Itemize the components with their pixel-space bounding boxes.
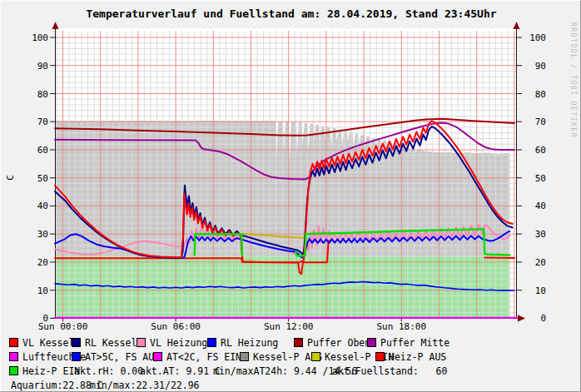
legend-label: Heiz-P AUS: [389, 351, 446, 363]
y-tick-label: 100: [32, 32, 48, 43]
y-tick-label: 30: [37, 229, 48, 240]
y-tick-label: 60: [37, 145, 48, 156]
y-tick-label: 40: [37, 201, 48, 211]
legend-swatch: [375, 352, 385, 361]
legend-swatch: [72, 352, 81, 361]
legend-item: Heiz-P EIN: [9, 365, 80, 379]
y-tick-label: 70: [37, 117, 48, 127]
legend-label: Puffer Mitte: [380, 337, 449, 349]
legend-label: akt.Fuellstand: 60: [332, 365, 447, 377]
y-tick-label-right: 40: [535, 201, 546, 211]
legend-stat: akt.AT: 9.91 C: [140, 365, 221, 379]
x-tick-label: Sun 06:00: [151, 321, 201, 332]
y-tick-label: 90: [37, 61, 48, 72]
legend-label: AT<2C, FS EIN: [166, 351, 241, 363]
legend-swatch: [137, 338, 146, 347]
rrdtool-watermark: RRDTOOL / TOBI OETIKER: [569, 22, 577, 138]
x-tick-label: Sun 00:00: [38, 321, 88, 332]
legend-item: AT<2C, FS EIN: [153, 351, 241, 365]
legend-stat: min/max:22.31/22.96: [90, 380, 200, 392]
legend-label: akt.rH: 0.00: [74, 365, 143, 377]
y-tick-label-right: 100: [529, 32, 546, 43]
legend-item: AT>5C, FS AUS: [72, 351, 160, 365]
legend-swatch: [294, 338, 303, 347]
legend-label: VL Kessel: [22, 337, 74, 349]
y-tick-label-right: 70: [535, 117, 546, 127]
y-tick-label-right: 20: [535, 257, 546, 268]
legend-item: Heiz-P AUS: [375, 351, 446, 365]
legend-row-2: LuftfeuchteAT>5C, FS AUSAT<2C, FS EINKes…: [1, 351, 581, 365]
y-axis-arrow-left: [52, 22, 59, 29]
legend-swatch: [9, 352, 18, 361]
legend-row-1: VL KesselRL KesselVL HeizungRL HeizungPu…: [1, 337, 581, 351]
chart-svg: 0010102020303040405050606070708080909010…: [1, 1, 581, 335]
legend-item: Kessel-P AUS: [240, 351, 322, 365]
legend-swatch: [9, 366, 18, 375]
legend-item: Puffer Oben: [294, 337, 370, 350]
x-tick-label: Sun 12:00: [264, 321, 314, 332]
legend-label: RL Kessel: [85, 337, 137, 349]
legend-item: VL Kessel: [9, 337, 74, 350]
y-tick-label-right: 80: [535, 89, 546, 100]
y-axis-arrow-right: [514, 22, 520, 29]
legend-swatch: [367, 338, 376, 347]
legend-label: AT>5C, FS AUS: [85, 351, 160, 363]
legend: VL KesselRL KesselVL HeizungRL HeizungPu…: [1, 337, 581, 392]
legend-label: VL Heizung: [150, 337, 207, 349]
legend-swatch: [207, 338, 216, 347]
x-axis-arrow: [518, 315, 525, 321]
legend-label: akt.AT: 9.91 C: [140, 365, 221, 377]
legend-swatch: [153, 352, 162, 361]
x-tick-label: Sun 18:00: [376, 321, 426, 332]
legend-label: RL Heizung: [221, 337, 278, 349]
legend-row-4: Aquarium:22.88 Cmin/max:22.31/22.96: [1, 380, 581, 392]
legend-swatch: [72, 338, 81, 347]
y-tick-label-right: 0: [540, 313, 546, 324]
legend-label: Puffer Oben: [307, 337, 370, 349]
legend-item: RL Heizung: [207, 337, 278, 350]
legend-swatch: [311, 352, 320, 361]
legend-label: Heiz-P EIN: [22, 365, 80, 377]
legend-stat: akt.rH: 0.00: [74, 365, 143, 379]
y-tick-label-right: 50: [535, 173, 546, 184]
y-tick-label-right: 60: [535, 145, 546, 156]
y-tick-label: 10: [37, 285, 48, 296]
legend-item: RL Kessel: [72, 337, 137, 350]
legend-stat: akt.Fuellstand: 60: [332, 365, 447, 379]
legend-swatch: [240, 352, 249, 361]
legend-row-3: Heiz-P EINakt.rH: 0.00akt.AT: 9.91 Cmin/…: [1, 365, 581, 380]
y-tick-label: 80: [37, 89, 48, 100]
legend-item: VL Heizung: [137, 337, 207, 350]
rrdtool-graph: Temperaturverlauf und Fuellstand am: 28.…: [0, 0, 581, 392]
y-tick-label: 20: [37, 257, 48, 268]
legend-item: Puffer Mitte: [367, 337, 449, 350]
legend-swatch: [9, 338, 18, 347]
y-tick-label: 50: [37, 173, 48, 184]
y-tick-label-right: 10: [535, 285, 546, 296]
y-tick-label-right: 30: [535, 229, 546, 240]
y-tick-label-right: 90: [535, 61, 546, 72]
legend-label: min/max:22.31/22.96: [90, 380, 200, 391]
